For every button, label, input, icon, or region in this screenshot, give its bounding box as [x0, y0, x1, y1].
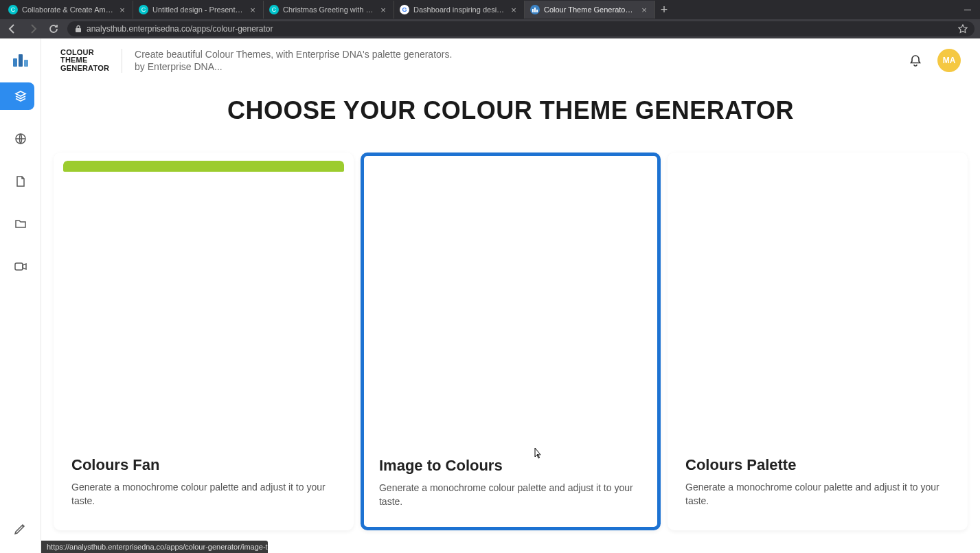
sidebar-item-document[interactable] [7, 168, 34, 195]
app-tagline: Create beautiful Colour Themes, with Ent… [135, 48, 452, 73]
close-icon[interactable]: × [117, 5, 127, 14]
page-title: CHOOSE YOUR COLOUR THEME GENERATOR [41, 96, 980, 125]
close-icon[interactable]: × [639, 5, 649, 14]
card-preview [371, 161, 650, 443]
svg-rect-0 [532, 9, 534, 12]
address-bar[interactable]: analysthub.enterprisedna.co/apps/colour-… [67, 21, 975, 36]
new-tab-button[interactable]: + [655, 1, 673, 19]
app-logo-icon[interactable] [10, 48, 32, 70]
favicon-canva-icon: C [269, 5, 279, 14]
tab[interactable]: C Collaborate & Create Amazing G × [3, 1, 133, 19]
card-desc: Generate a monochrome colour palette and… [71, 481, 336, 508]
generator-cards: Colours Fan Generate a monochrome colour… [41, 153, 980, 553]
svg-rect-8 [15, 263, 23, 270]
close-icon[interactable]: × [378, 5, 388, 14]
svg-rect-6 [24, 60, 28, 67]
favicon-app-icon [530, 5, 540, 14]
favicon-canva-icon: C [139, 5, 148, 14]
favicon-canva-icon: C [8, 5, 18, 14]
app-container: COLOUR THEME GENERATOR Create beautiful … [0, 38, 980, 553]
tab-label: Dashboard inspiring designs - G [413, 5, 505, 14]
sidebar-item-video[interactable] [7, 253, 34, 280]
nav-bar: analysthub.enterprisedna.co/apps/colour-… [0, 19, 980, 38]
sidebar-item-folder[interactable] [7, 210, 34, 238]
svg-rect-4 [13, 58, 17, 67]
tab[interactable]: G Dashboard inspiring designs - G × [394, 1, 525, 19]
card-image-to-colours[interactable]: Image to Colours Generate a monochrome c… [361, 153, 661, 530]
browser-chrome: C Collaborate & Create Amazing G × C Unt… [0, 0, 980, 38]
star-icon[interactable] [958, 24, 968, 34]
svg-rect-2 [536, 10, 538, 12]
card-colours-palette[interactable]: Colours Palette Generate a monochrome co… [668, 153, 968, 530]
card-desc: Generate a monochrome colour palette and… [379, 482, 642, 508]
sidebar-item-settings[interactable] [7, 515, 34, 542]
tab-bar: C Collaborate & Create Amazing G × C Unt… [0, 0, 980, 19]
favicon-google-icon: G [400, 5, 409, 14]
svg-rect-3 [76, 28, 81, 32]
window-controls: ─ [955, 0, 980, 19]
minimize-button[interactable]: ─ [955, 0, 980, 19]
app-logo-text: COLOUR THEME GENERATOR [60, 49, 122, 73]
card-preview [677, 161, 958, 442]
back-button[interactable] [5, 22, 19, 36]
tab-active[interactable]: Colour Theme Generator - Analy × [525, 1, 655, 19]
tab-label: Collaborate & Create Amazing G [22, 5, 113, 14]
close-icon[interactable]: × [248, 5, 258, 14]
card-colours-fan[interactable]: Colours Fan Generate a monochrome colour… [54, 153, 354, 530]
close-icon[interactable]: × [509, 5, 519, 14]
card-title: Image to Colours [379, 457, 642, 475]
reload-button[interactable] [47, 22, 60, 36]
tab-label: Colour Theme Generator - Analy [544, 5, 635, 14]
svg-rect-5 [19, 54, 23, 67]
card-preview [63, 161, 344, 442]
card-title: Colours Fan [71, 456, 336, 474]
status-bar: https://analysthub.enterprisedna.co/apps… [41, 541, 268, 553]
tab[interactable]: C Christmas Greeting with Man ho × [264, 1, 394, 19]
tab-label: Christmas Greeting with Man ho [283, 5, 374, 14]
avatar[interactable]: MA [937, 49, 961, 72]
url-text: analysthub.enterprisedna.co/apps/colour-… [87, 24, 273, 34]
card-title: Colours Palette [685, 456, 950, 474]
card-desc: Generate a monochrome colour palette and… [685, 481, 950, 508]
notifications-button[interactable] [906, 51, 925, 70]
sidebar [0, 38, 41, 553]
svg-rect-1 [534, 8, 536, 12]
sidebar-item-layers[interactable] [0, 82, 34, 110]
lock-icon [74, 25, 82, 33]
tab[interactable]: C Untitled design - Presentation (1 × [133, 1, 264, 19]
sidebar-item-globe[interactable] [7, 125, 34, 153]
tab-label: Untitled design - Presentation (1 [152, 5, 244, 14]
app-header: COLOUR THEME GENERATOR Create beautiful … [41, 38, 980, 82]
forward-button[interactable] [26, 22, 40, 36]
main-content: COLOUR THEME GENERATOR Create beautiful … [41, 38, 980, 553]
